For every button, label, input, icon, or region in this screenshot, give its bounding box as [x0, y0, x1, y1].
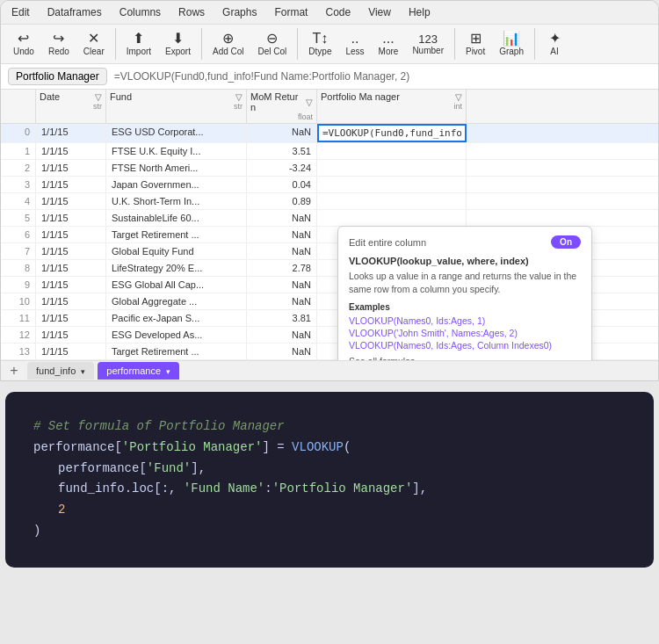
menu-help[interactable]: Help: [405, 4, 434, 20]
fund-filter-icon[interactable]: ▽: [235, 92, 243, 102]
ai-button[interactable]: ✦ AI: [540, 29, 568, 59]
dtype-button[interactable]: T↕ Dtype: [303, 29, 337, 59]
code-panel: # Set formula of Portfolio Manager perfo…: [5, 392, 654, 568]
mom-filter-icon[interactable]: ▽: [306, 98, 313, 107]
code-key-portfolio: 'Portfolio Manager': [122, 440, 263, 454]
menu-bar: Edit Dataframes Columns Rows Graphs Form…: [1, 1, 658, 25]
menu-format[interactable]: Format: [271, 4, 311, 20]
less-button[interactable]: .. Less: [340, 29, 369, 59]
row-num: 6: [1, 227, 36, 242]
graph-label: Graph: [499, 47, 524, 56]
sheet-tab-performance[interactable]: performance ▾: [98, 362, 179, 380]
row-num: 1: [1, 143, 36, 159]
pivot-button[interactable]: ⊞ Pivot: [460, 29, 490, 59]
sheet-tab-fund-info-label: fund_info: [36, 365, 76, 376]
code-line-5: ): [33, 521, 626, 542]
more-icon: ...: [382, 32, 394, 46]
code-bracket-4: ]: [191, 461, 198, 475]
cell-date: 1/1/15: [36, 143, 106, 159]
del-col-label: Del Col: [258, 47, 287, 56]
cell-portfolio: [317, 210, 467, 226]
del-col-button[interactable]: ⊖ Del Col: [253, 29, 293, 59]
cell-fund-0: ESG USD Corporat...: [106, 124, 247, 142]
clear-icon: ✕: [88, 32, 99, 46]
table-row: 0 1/1/15 ESG USD Corporat... NaN: [1, 124, 658, 143]
cell-portfolio: [317, 143, 467, 159]
col-fund-type: str: [110, 102, 243, 111]
table-row: 2 1/1/15 FTSE North Ameri... -3.24: [1, 160, 658, 177]
menu-view[interactable]: View: [365, 4, 395, 20]
toggle-label: Edit entire column: [349, 237, 426, 248]
col-mom-type: float: [250, 112, 313, 121]
cell-date: 1/1/15: [36, 260, 106, 276]
menu-edit[interactable]: Edit: [8, 4, 33, 20]
more-button[interactable]: ... More: [373, 29, 404, 59]
ai-icon: ✦: [549, 32, 561, 46]
cell-mom: NaN: [247, 277, 317, 293]
cell-portfolio: [317, 177, 467, 192]
date-filter-icon[interactable]: ▽: [95, 92, 102, 102]
cell-fund: Japan Governmen...: [106, 177, 247, 192]
export-label: Export: [165, 47, 191, 56]
cell-portfolio: [317, 160, 467, 176]
cell-mom: 2.78: [247, 260, 317, 276]
cell-date: 1/1/15: [36, 177, 106, 192]
number-label: Number: [412, 46, 444, 55]
see-all-formulas-link[interactable]: See all formulas: [349, 356, 581, 360]
add-col-icon: ⊕: [222, 32, 234, 46]
pivot-icon: ⊞: [470, 32, 482, 46]
menu-graphs[interactable]: Graphs: [219, 4, 260, 20]
col-header-portfolio: Portfolio Ma nager ▽ int: [317, 90, 467, 123]
code-var-performance-1: performance: [33, 440, 114, 454]
menu-columns[interactable]: Columns: [116, 4, 164, 20]
cell-mom: 3.81: [247, 310, 317, 326]
app-window: Edit Dataframes Columns Rows Graphs Form…: [0, 0, 659, 381]
row-num: 7: [1, 243, 36, 259]
menu-rows[interactable]: Rows: [175, 4, 208, 20]
cell-date: 1/1/15: [36, 293, 106, 309]
sheet-tab-fund-info-arrow: ▾: [81, 367, 85, 376]
redo-icon: ↪: [53, 32, 64, 46]
sheet-tab-fund-info[interactable]: fund_info ▾: [27, 362, 94, 380]
graph-button[interactable]: 📊 Graph: [494, 29, 529, 59]
clear-button[interactable]: ✕ Clear: [78, 29, 110, 59]
table-row: 1 1/1/15 FTSE U.K. Equity I... 3.51: [1, 143, 658, 160]
code-comment-line: # Set formula of Portfolio Manager: [33, 416, 626, 438]
code-bracket-3: [: [139, 461, 146, 475]
add-col-button[interactable]: ⊕ Add Col: [207, 29, 250, 59]
row-num: 4: [1, 193, 36, 209]
portfolio-filter-icon[interactable]: ▽: [455, 92, 462, 102]
row-num: 13: [1, 344, 36, 359]
code-num-2: 2: [58, 503, 65, 517]
formula-example-1[interactable]: VLOOKUP(Names0, Ids:Ages, 1): [349, 315, 581, 326]
active-cell-formula-input[interactable]: [317, 124, 467, 142]
cell-date: 1/1/15: [36, 210, 106, 226]
toggle-on-button[interactable]: On: [551, 235, 581, 249]
undo-button[interactable]: ↩ Undo: [8, 29, 40, 59]
export-button[interactable]: ⬇ Export: [160, 29, 196, 59]
formula-example-3[interactable]: VLOOKUP(Names0, Ids:Ages, Column Indexes…: [349, 340, 581, 351]
cell-date: 1/1/15: [36, 160, 106, 176]
row-num-header: [1, 90, 36, 123]
code-var-performance-2: performance: [58, 461, 139, 475]
less-icon: ..: [351, 32, 359, 46]
cell-fund: Target Retirement ...: [106, 344, 247, 359]
cell-mom: -3.24: [247, 160, 317, 176]
table-row: 5 1/1/15 SustainableLife 60... NaN: [1, 210, 658, 227]
add-sheet-button[interactable]: +: [4, 361, 24, 380]
redo-button[interactable]: ↪ Redo: [43, 29, 75, 59]
toggle-row: Edit entire column On: [349, 235, 581, 249]
import-button[interactable]: ⬆ Import: [121, 29, 156, 59]
code-equals: =: [270, 440, 292, 454]
code-var-fund-info: fund_info: [58, 481, 125, 496]
menu-dataframes[interactable]: Dataframes: [44, 4, 105, 20]
del-col-icon: ⊖: [266, 32, 278, 46]
number-button[interactable]: 123 Number: [407, 31, 449, 58]
table-row: 3 1/1/15 Japan Governmen... 0.04: [1, 177, 658, 193]
row-num-0: 0: [1, 124, 36, 142]
menu-code[interactable]: Code: [322, 4, 354, 20]
cell-fund: Global Aggregate ...: [106, 293, 247, 309]
code-comma-1: ,: [199, 461, 206, 475]
formula-example-2[interactable]: VLOOKUP('John Smith', Names:Ages, 2): [349, 328, 581, 338]
formula-description: Looks up a value in a range and returns …: [349, 270, 581, 295]
